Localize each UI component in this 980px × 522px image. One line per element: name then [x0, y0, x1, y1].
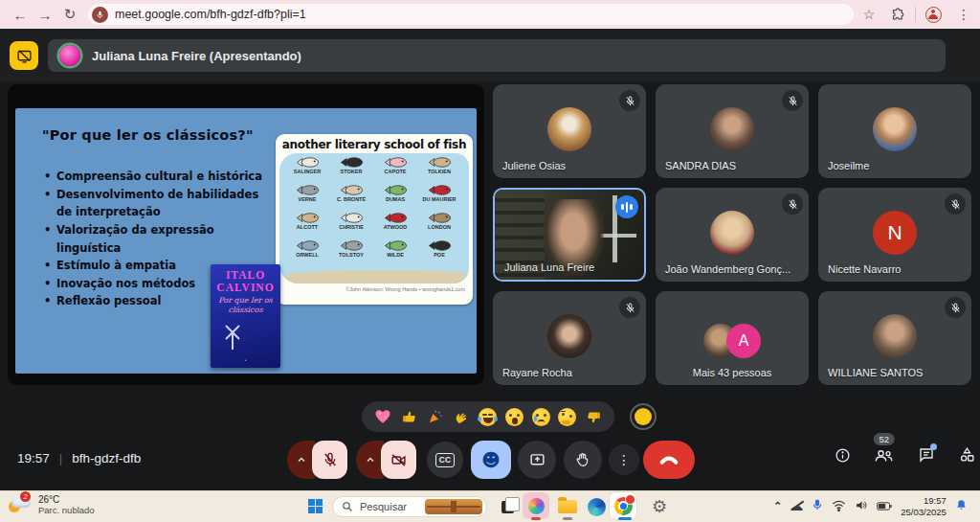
activities-icon[interactable]: [958, 446, 976, 467]
back-icon[interactable]: ←: [8, 7, 33, 23]
copilot-button[interactable]: [523, 492, 549, 519]
participant-tile[interactable]: SANDRA DIAS: [656, 84, 809, 178]
mic-muted-icon: [619, 90, 640, 111]
captions-button[interactable]: CC: [427, 442, 463, 478]
thumbs-down-icon[interactable]: [584, 407, 603, 426]
task-view-button[interactable]: [495, 495, 520, 518]
participant-name: Joseilme: [828, 160, 869, 171]
chrome-button-active[interactable]: [610, 492, 636, 519]
notifications-bell-icon[interactable]: [955, 498, 968, 515]
leave-call-button[interactable]: [643, 441, 695, 479]
clapping-hands-icon[interactable]: [452, 407, 471, 426]
forward-icon[interactable]: →: [33, 7, 57, 23]
chat-notification-dot: [930, 443, 937, 450]
fish: ALCOTT: [285, 212, 329, 239]
file-explorer-button[interactable]: [555, 495, 580, 518]
crying-face-icon[interactable]: [531, 407, 550, 426]
url-text[interactable]: meet.google.com/bfh-gdzf-dfb?pli=1: [115, 8, 306, 21]
slide-bullet: Compreensão cultural e histórica: [44, 168, 272, 186]
windows-start-button[interactable]: [308, 499, 323, 513]
tray-expand-chevron[interactable]: ⌃: [773, 500, 782, 512]
search-highlight-icon: [425, 499, 483, 514]
weather-icon: 2: [8, 493, 33, 516]
tray-clock[interactable]: 19:57 25/03/2025: [901, 495, 947, 518]
party-popper-icon[interactable]: [426, 407, 445, 426]
book-title: Por que ler os clássicos: [211, 296, 280, 314]
camera-off-button[interactable]: [381, 441, 416, 479]
sand: [279, 270, 469, 284]
presentation-stage[interactable]: "Por que ler os clássicos?" Compreensão …: [8, 84, 484, 385]
mic-muted-button[interactable]: [312, 441, 347, 479]
running-indicator-active: [618, 517, 632, 520]
chrome-notification-badge: [625, 494, 635, 505]
tray-mic-icon[interactable]: [812, 498, 823, 515]
mic-muted-icon: [782, 90, 803, 111]
avatar: [710, 107, 754, 151]
raise-hand-button[interactable]: [564, 441, 602, 479]
camera-options-chevron[interactable]: [356, 441, 384, 479]
taskbar-search[interactable]: Pesquisar: [332, 496, 487, 517]
fish: ORWELL: [285, 239, 329, 267]
windmill-illustration: [222, 322, 243, 351]
wifi-icon[interactable]: [832, 498, 846, 515]
fish: CAPOTE: [373, 156, 417, 184]
running-indicator: [531, 517, 541, 520]
book-publisher: •: [211, 358, 280, 363]
face-with-tears-of-joy-icon[interactable]: [479, 407, 498, 426]
participant-tile[interactable]: João Wandemberg Gonç...: [656, 188, 809, 282]
info-icon[interactable]: [835, 447, 851, 467]
fish: VERNE: [285, 184, 329, 212]
participant-tile[interactable]: WILLIANE SANTOS: [818, 291, 971, 385]
people-count-badge: 52: [874, 433, 896, 445]
thinking-face-icon[interactable]: [558, 407, 577, 426]
profile-icon[interactable]: [925, 7, 942, 23]
reload-icon[interactable]: ↻: [57, 6, 82, 23]
book-author-line2: CALVINO: [211, 282, 280, 294]
presenter-name: Juliana Luna Freire (Apresentando): [92, 49, 301, 63]
battery-icon[interactable]: [877, 498, 892, 515]
more-options-button[interactable]: ⋮: [609, 444, 639, 475]
participant-tile[interactable]: Juliene Osias: [493, 84, 646, 178]
astonished-face-icon[interactable]: [505, 407, 524, 426]
address-bar[interactable]: meet.google.com/bfh-gdzf-dfb?pli=1: [88, 4, 854, 25]
browser-toolbar: ← → ↻ meet.google.com/bfh-gdzf-dfb?pli=1…: [0, 0, 980, 29]
fish: DU MAURIER: [417, 184, 461, 212]
menu-kebab-icon[interactable]: ⋮: [951, 7, 976, 22]
skin-tone-selector[interactable]: [630, 403, 657, 430]
weather-temp: 26°C: [38, 494, 95, 505]
mic-in-use-icon[interactable]: [92, 7, 108, 23]
clock: 19:57: [17, 451, 50, 465]
fish: SALINGER: [285, 156, 329, 184]
reactions-toggle-button[interactable]: ☻: [471, 441, 511, 479]
fish-cartoon-card: another literary school of fish SALINGER…: [276, 134, 473, 305]
participant-tile[interactable]: Rayane Rocha: [493, 291, 646, 385]
participant-name: Juliene Osias: [502, 160, 566, 171]
thumbs-up-icon[interactable]: [399, 407, 418, 426]
overflow-participants-tile[interactable]: A Mais 43 pessoas: [656, 291, 809, 385]
fish: WILDE: [373, 239, 417, 267]
people-button[interactable]: 52: [874, 447, 894, 467]
presenter-avatar: [59, 45, 80, 66]
chat-button[interactable]: [918, 446, 935, 467]
bookmark-star-icon[interactable]: ☆: [857, 7, 881, 22]
present-screen-button[interactable]: [518, 441, 556, 479]
mic-muted-icon: [945, 297, 966, 318]
sparkling-heart-icon[interactable]: [373, 407, 392, 426]
onedrive-paused-icon[interactable]: ☁: [791, 499, 803, 513]
participant-tile[interactable]: Joseilme: [818, 84, 971, 178]
presentation-off-button[interactable]: [10, 41, 38, 70]
edge-icon: [588, 498, 606, 516]
chrome-icon: [614, 497, 633, 515]
desktop-screen: { "browser": { "url": "meet.google.com/b…: [0, 0, 980, 522]
edge-button[interactable]: [584, 495, 609, 518]
weather-widget[interactable]: 2 26°C Parc. nublado: [8, 493, 95, 516]
mic-options-chevron[interactable]: [287, 441, 315, 479]
extensions-puzzle-icon[interactable]: [891, 8, 905, 22]
avatar-stack: A: [703, 324, 761, 358]
speaker-icon[interactable]: [855, 498, 868, 515]
participant-tile[interactable]: N Nicette Navarro: [818, 188, 971, 282]
participant-tile-speaking[interactable]: Juliana Luna Freire: [493, 188, 646, 282]
presenter-banner[interactable]: Juliana Luna Freire (Apresentando): [48, 39, 946, 72]
fish: TOLSTOY: [329, 239, 373, 267]
settings-button[interactable]: ⚙: [647, 495, 672, 518]
